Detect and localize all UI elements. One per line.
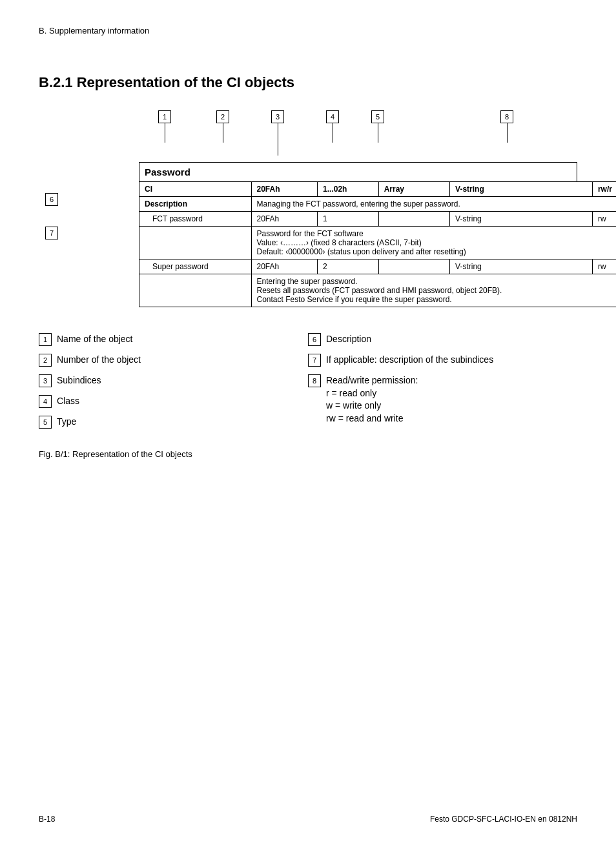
legend-section: 1 Name of the object 2 Number of the obj… <box>39 333 577 436</box>
legend-item-7: 7 If applicable: description of the subi… <box>308 354 577 367</box>
table-header-row: CI 20FAh 1...02h Array V-string rw/r <box>139 182 617 197</box>
bracket-3: 3 <box>271 110 284 156</box>
description-text: Managing the FCT password, entering the … <box>251 197 616 212</box>
legend-text-6: Description <box>326 333 371 346</box>
col-subindex: 1...02h <box>318 182 379 197</box>
page-footer: B-18 Festo GDCP-SFC-LACI-IO-EN en 0812NH <box>39 815 577 824</box>
table-description-row: Description Managing the FCT password, e… <box>139 197 617 212</box>
legend-item-3: 3 Subindices <box>39 374 308 387</box>
legend-item-8: 8 Read/write permission: r = read only w… <box>308 374 577 425</box>
legend-text-1: Name of the object <box>57 333 133 346</box>
super-subindex: 2 <box>318 259 379 274</box>
side-label-6: 6 <box>45 193 58 206</box>
fct-name: FCT password <box>139 212 252 227</box>
legend-text-7: If applicable: description of the subind… <box>326 354 493 367</box>
legend-item-5: 5 Type <box>39 416 308 429</box>
bracket-area: 1 2 3 4 5 8 <box>139 110 577 162</box>
password-label: Password <box>145 167 190 178</box>
legend-num-3: 3 <box>39 374 52 387</box>
col-rw: rw/r <box>592 182 616 197</box>
fct-desc-empty <box>139 227 252 259</box>
legend-item-2: 2 Number of the object <box>39 354 308 367</box>
legend-text-8: Read/write permission: r = read only w =… <box>326 374 418 425</box>
bracket-4: 4 <box>326 110 339 143</box>
bracket-2: 2 <box>216 110 229 143</box>
legend-num-4: 4 <box>39 395 52 408</box>
bracket-5: 5 <box>371 110 384 143</box>
table-fct-row: FCT password 20FAh 1 V-string rw <box>139 212 617 227</box>
super-class <box>378 259 449 274</box>
legend-text-3: Subindices <box>57 374 101 387</box>
legend-right: 6 Description 7 If applicable: descripti… <box>308 333 577 436</box>
table-fct-desc-row: Password for the FCT software Value: ‹……… <box>139 227 617 259</box>
footer-doc-info: Festo GDCP-SFC-LACI-IO-EN en 0812NH <box>430 815 577 824</box>
legend-num-7: 7 <box>308 354 321 367</box>
super-ci: 20FAh <box>251 259 318 274</box>
header-text: B. Supplementary information <box>39 26 149 36</box>
super-rw: rw <box>592 259 616 274</box>
legend-num-6: 6 <box>308 333 321 346</box>
fct-subindex: 1 <box>318 212 379 227</box>
legend-num-8: 8 <box>308 374 321 387</box>
legend-text-4: Class <box>57 395 79 408</box>
fig-caption: Fig. B/1: Representation of the CI objec… <box>39 449 577 459</box>
col-num: 20FAh <box>251 182 318 197</box>
col-class: Array <box>378 182 449 197</box>
bracket-8: 8 <box>500 110 513 143</box>
num-box-1: 1 <box>158 110 171 123</box>
legend-item-6: 6 Description <box>308 333 577 346</box>
num-box-5: 5 <box>371 110 384 123</box>
footer-page-number: B-18 <box>39 815 55 824</box>
password-title-row: Password <box>139 162 577 181</box>
num-box-2: 2 <box>216 110 229 123</box>
diagram-container: 1 2 3 4 5 8 6 <box>39 110 577 307</box>
table-super-desc-row: Entering the super password. Resets all … <box>139 274 617 307</box>
bracket-1: 1 <box>158 110 171 143</box>
super-desc-empty <box>139 274 252 307</box>
legend-num-5: 5 <box>39 416 52 429</box>
side-label-7: 7 <box>45 227 58 239</box>
ci-table: CI 20FAh 1...02h Array V-string rw/r Des… <box>139 181 616 307</box>
description-label: Description <box>139 197 252 212</box>
fct-ci: 20FAh <box>251 212 318 227</box>
legend-num-1: 1 <box>39 333 52 346</box>
num-box-6: 6 <box>45 193 58 206</box>
legend-left: 1 Name of the object 2 Number of the obj… <box>39 333 308 436</box>
legend-text-2: Number of the object <box>57 354 141 367</box>
num-box-7: 7 <box>45 227 58 239</box>
num-box-4: 4 <box>326 110 339 123</box>
super-name: Super password <box>139 259 252 274</box>
fct-class <box>378 212 449 227</box>
fct-rw: rw <box>592 212 616 227</box>
section-title-text: B.2.1 Representation of the CI objects <box>39 74 294 90</box>
legend-item-4: 4 Class <box>39 395 308 408</box>
super-type: V-string <box>450 259 593 274</box>
col-type: V-string <box>450 182 593 197</box>
col-ci: CI <box>139 182 252 197</box>
fig-caption-text: Fig. B/1: Representation of the CI objec… <box>39 449 192 459</box>
num-box-3: 3 <box>271 110 284 123</box>
section-title: B.2.1 Representation of the CI objects <box>39 74 577 91</box>
super-desc-text: Entering the super password. Resets all … <box>251 274 616 307</box>
legend-item-1: 1 Name of the object <box>39 333 308 346</box>
fct-desc-text: Password for the FCT software Value: ‹……… <box>251 227 616 259</box>
legend-text-5: Type <box>57 416 76 429</box>
table-super-row: Super password 20FAh 2 V-string rw <box>139 259 617 274</box>
legend-num-2: 2 <box>39 354 52 367</box>
num-box-8: 8 <box>500 110 513 123</box>
section-header: B. Supplementary information <box>39 26 577 36</box>
fct-type: V-string <box>450 212 593 227</box>
